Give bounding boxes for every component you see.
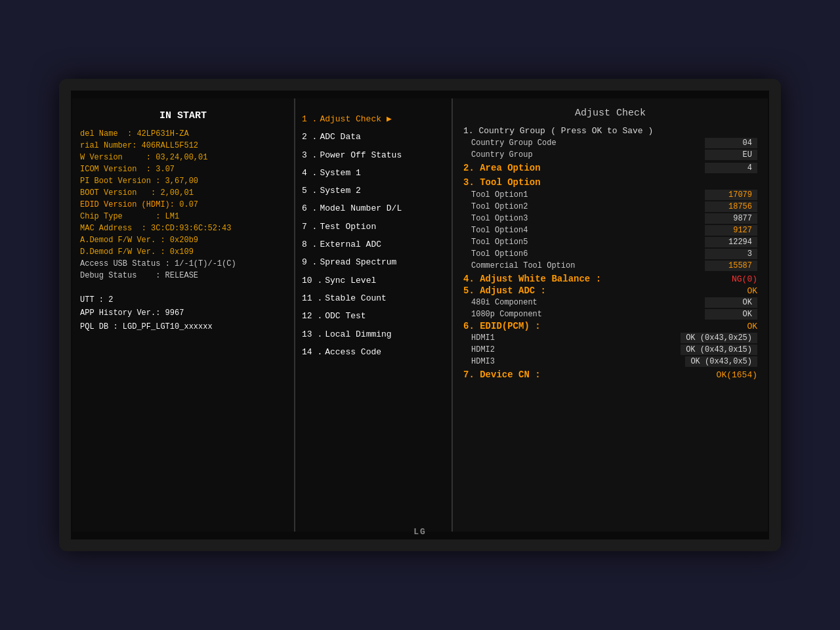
menu-num-14: 14 .: [302, 343, 322, 361]
menu-label-spread-spectrum: Spread Spectrum: [320, 253, 396, 271]
commercial-tool-option-label: Commercial Tool Option: [463, 261, 575, 270]
chip-row: Chip Type : LM1: [80, 211, 286, 222]
menu-item-system1[interactable]: 4 . System 1: [302, 164, 445, 182]
menu-label-external-adc: External ADC: [320, 236, 381, 253]
menu-item-stable-count[interactable]: 11 . Stable Count: [302, 289, 445, 307]
tool-option2-label: Tool Option2: [463, 202, 528, 211]
adjust-adc-row: 5. Adjust ADC : OK: [463, 285, 757, 296]
edid-value: : 0.07: [170, 200, 198, 209]
menu-item-test-option[interactable]: 7 . Test Option: [302, 218, 445, 236]
menu-item-spread-spectrum[interactable]: 9 . Spread Spectrum: [302, 253, 445, 271]
menu-item-odc-test[interactable]: 12 . ODC Test: [302, 307, 445, 325]
tool-option5-row: Tool Option5 12294: [463, 237, 757, 247]
hdmi3-value: OK (0x43,0x5): [685, 356, 757, 367]
menu-num-11: 11 .: [302, 289, 322, 307]
tool-option3-label: Tool Option3: [463, 214, 528, 223]
icom-label: ICOM Version: [80, 165, 146, 174]
menu-label-access-code: Access Code: [325, 343, 381, 361]
menu-label-sync-level: Sync Level: [325, 272, 376, 289]
model-name-row: del Name : 42LP631H-ZA: [80, 128, 286, 140]
hdmi1-value: OK (0x43,0x25): [681, 333, 757, 343]
tool-option5-label: Tool Option5: [463, 238, 528, 247]
usb-status-value: : 1/-1(T)/-1(C): [165, 259, 236, 268]
tool-option4-value: 9127: [705, 225, 757, 236]
mac-row: MAC Address : 3C:CD:93:6C:52:43: [80, 222, 286, 234]
1080p-label: 1080p Component: [463, 310, 542, 319]
480i-row: 480i Component OK: [463, 297, 757, 308]
adjust-adc-header: 5. Adjust ADC :: [463, 285, 546, 296]
serial-value: : 406RALL5F512: [132, 141, 198, 150]
model-name-value: : 42LP631H-ZA: [127, 129, 189, 138]
menu-item-system2[interactable]: 5 . System 2: [302, 182, 445, 200]
menu-num-6: 6 .: [302, 200, 317, 217]
country-group-header: 1. Country Group ( Press OK to Save ): [463, 125, 757, 136]
edid-row: EDID Version (HDMI): 0.07: [80, 199, 286, 211]
country-code-value: 04: [705, 138, 757, 148]
tool-option6-label: Tool Option6: [463, 249, 528, 259]
tool-option6-value: 3: [705, 249, 757, 259]
serial-label: rial Number: [80, 141, 132, 150]
menu-num-1: 1 .: [302, 110, 317, 128]
icom-row: ICOM Version : 3.07: [80, 163, 286, 175]
tool-option1-row: Tool Option1 17079: [463, 190, 757, 200]
ademod-value: : 0x20b9: [160, 236, 198, 245]
pi-boot-value: : 3,67,00: [156, 177, 198, 186]
ddemod-row: D.Demod F/W Ver. : 0x109: [80, 246, 286, 258]
tv-outer: IN START del Name : 42LP631H-ZA rial Num…: [59, 79, 781, 551]
hdmi1-row: HDMI1 OK (0x43,0x25): [463, 333, 757, 343]
menu-item-model-number[interactable]: 6 . Model Number D/L: [302, 200, 445, 217]
menu-num-7: 7 .: [302, 218, 317, 236]
area-option-header: 2. Area Option: [463, 163, 541, 173]
menu-num-10: 10 .: [302, 272, 322, 289]
menu-label-power-off: Power Off Status: [320, 146, 402, 164]
menu-item-power-off[interactable]: 3 . Power Off Status: [302, 146, 445, 164]
hdmi1-label: HDMI1: [463, 333, 495, 343]
country-group-row: Country Group EU: [463, 150, 757, 160]
chip-label: Chip Type: [80, 212, 156, 221]
area-option-value: 4: [705, 163, 757, 173]
tv-screen: IN START del Name : 42LP631H-ZA rial Num…: [72, 98, 768, 532]
hdmi2-value: OK (0x43,0x15): [681, 345, 757, 355]
country-group-subheader: ( Press OK to Save ): [551, 126, 653, 136]
menu-label-system1: System 1: [320, 164, 360, 182]
debug-label: Debug Status: [80, 271, 156, 280]
serial-row: rial Number: 406RALL5F512: [80, 140, 286, 152]
edid-pcm-status: OK: [747, 322, 757, 331]
menu-item-local-dimming[interactable]: 13 . Local Dimming: [302, 326, 445, 343]
tool-option5-value: 12294: [705, 237, 757, 247]
white-balance-header: 4. Adjust White Balance :: [463, 274, 601, 284]
utt-value: UTT : 2: [80, 293, 286, 306]
country-group-label: Country Group: [463, 150, 533, 159]
middle-panel: 1 . Adjust Check ▶ 2 . ADC Data 3 . Powe…: [295, 98, 453, 532]
hdmi3-label: HDMI3: [463, 357, 495, 366]
ddemod-label: D.Demod F/W Ver.: [80, 247, 160, 257]
menu-item-access-code[interactable]: 14 . Access Code: [302, 343, 445, 361]
menu-item-sync-level[interactable]: 10 . Sync Level: [302, 272, 445, 289]
pi-boot-row: PI Boot Version : 3,67,00: [80, 175, 286, 187]
boot-label: BOOT Version: [80, 188, 151, 198]
tool-option1-label: Tool Option1: [463, 190, 528, 200]
menu-item-external-adc[interactable]: 8 . External ADC: [302, 236, 445, 253]
boot-value: : 2,00,01: [151, 188, 194, 198]
debug-row: Debug Status : RELEASE: [80, 270, 286, 282]
menu-label-odc-test: ODC Test: [325, 307, 366, 325]
1080p-value: OK: [705, 309, 757, 320]
utt-block: UTT : 2 APP History Ver.: 9967 PQL DB : …: [80, 293, 286, 333]
ademod-row: A.Demod F/W Ver. : 0x20b9: [80, 234, 286, 246]
hdmi3-row: HDMI3 OK (0x43,0x5): [463, 356, 757, 367]
country-code-row: Country Group Code 04: [463, 138, 757, 148]
menu-item-adc-data[interactable]: 2 . ADC Data: [302, 128, 445, 146]
commercial-tool-option-row: Commercial Tool Option 15587: [463, 261, 757, 271]
right-panel-title: Adjust Check: [463, 108, 757, 119]
480i-value: OK: [705, 297, 757, 308]
menu-num-12: 12 .: [302, 307, 322, 325]
menu-num-2: 2 .: [302, 128, 317, 146]
tool-option2-value: 18756: [705, 201, 757, 212]
menu-num-4: 4 .: [302, 164, 317, 182]
white-balance-status: NG(0): [732, 274, 757, 284]
menu-item-adjust-check[interactable]: 1 . Adjust Check ▶: [302, 110, 445, 128]
chip-value: : LM1: [156, 212, 179, 221]
usb-status-row: Access USB Status : 1/-1(T)/-1(C): [80, 258, 286, 270]
menu-label-stable-count: Stable Count: [325, 289, 387, 307]
tool-option6-row: Tool Option6 3: [463, 249, 757, 259]
